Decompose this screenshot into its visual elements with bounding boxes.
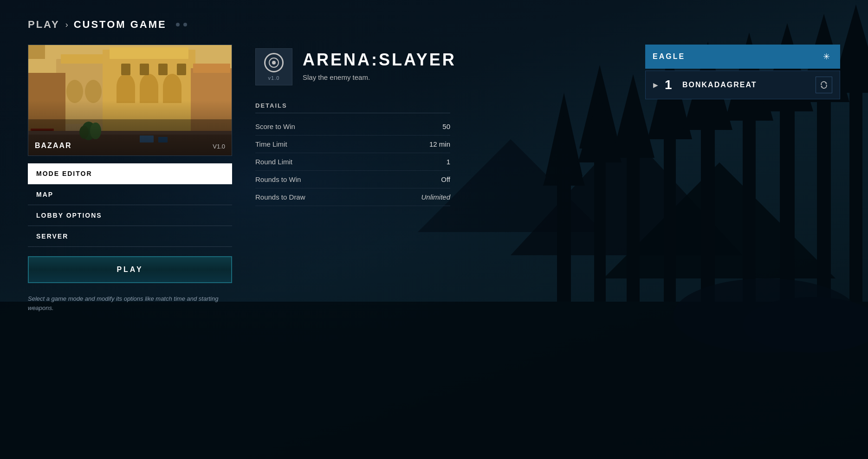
detail-label-score: Score to Win [255, 123, 295, 130]
detail-row-time: Time Limit 12 min [255, 136, 450, 153]
player-refresh-button[interactable] [816, 77, 832, 93]
breadcrumb-play: PLAY [28, 19, 60, 31]
detail-value-rounds-draw: Unlimited [421, 193, 450, 201]
page-header: PLAY › CUSTOM GAME [28, 19, 840, 31]
nav-buttons-group: MODE EDITOR MAP LOBBY OPTIONS SERVER [28, 163, 232, 247]
map-version-label: V1.0 [213, 143, 225, 150]
detail-label-rounds-win: Rounds to Win [255, 175, 301, 183]
details-header: DETAILS [255, 102, 450, 113]
detail-value-rounds-win: Off [441, 175, 450, 183]
refresh-icon [820, 81, 828, 89]
header-dots [176, 23, 187, 26]
map-overlay [28, 45, 232, 155]
breadcrumb-separator: › [65, 20, 68, 30]
mode-name: ARENA:SLAYER [303, 50, 456, 70]
right-panel: EAGLE ✳ ▶ 1 BONKADAGREAT [645, 45, 840, 99]
details-section: DETAILS Score to Win 50 Time Limit 12 mi… [255, 102, 450, 206]
team-header: EAGLE ✳ [645, 45, 840, 69]
mode-version: v1.0 [268, 75, 280, 81]
detail-row-rounds-win: Rounds to Win Off [255, 171, 450, 188]
play-button[interactable]: PLAY [28, 256, 232, 283]
main-layout: BAZAAR V1.0 MODE EDITOR MAP LOBBY OPTION… [28, 45, 840, 312]
mode-icon-circle [264, 53, 284, 72]
detail-label-round-limit: Round Limit [255, 158, 292, 166]
mode-icon-dot [272, 61, 276, 65]
player-number: 1 [665, 78, 676, 92]
lobby-options-button[interactable]: LOBBY OPTIONS [28, 205, 232, 226]
detail-value-round-limit: 1 [447, 158, 450, 166]
map-button[interactable]: MAP [28, 184, 232, 205]
player-name: BONKADAGREAT [682, 81, 809, 89]
footer-hint: Select a game mode and modify its option… [28, 294, 232, 312]
detail-row-round-limit: Round Limit 1 [255, 153, 450, 171]
header-dot-2 [183, 23, 187, 26]
detail-value-time: 12 min [429, 140, 450, 148]
page-title: CUSTOM GAME [74, 19, 167, 31]
center-panel: v1.0 ARENA:SLAYER Slay the enemy team. D… [255, 45, 622, 206]
server-button[interactable]: SERVER [28, 226, 232, 247]
team-icon: ✳ [820, 50, 833, 63]
detail-row-rounds-draw: Rounds to Draw Unlimited [255, 188, 450, 206]
mode-header: v1.0 ARENA:SLAYER Slay the enemy team. [255, 48, 622, 85]
detail-row-score: Score to Win 50 [255, 118, 450, 136]
left-panel: BAZAAR V1.0 MODE EDITOR MAP LOBBY OPTION… [28, 45, 232, 312]
mode-icon-inner [269, 58, 279, 68]
header-dot-1 [176, 23, 180, 26]
detail-label-rounds-draw: Rounds to Draw [255, 193, 305, 201]
detail-label-time: Time Limit [255, 140, 287, 148]
detail-value-score: 50 [442, 123, 450, 130]
player-row-1: ▶ 1 BONKADAGREAT [645, 71, 840, 99]
svg-marker-59 [826, 82, 828, 84]
mode-icon-box: v1.0 [255, 48, 292, 85]
map-thumbnail[interactable]: BAZAAR V1.0 [28, 45, 232, 156]
mode-info: ARENA:SLAYER Slay the enemy team. [303, 48, 456, 81]
page-content: PLAY › CUSTOM GAME [0, 0, 868, 459]
map-name-label: BAZAAR [35, 142, 72, 150]
mode-editor-button[interactable]: MODE EDITOR [28, 163, 232, 184]
mode-description: Slay the enemy team. [303, 73, 456, 81]
svg-marker-60 [821, 86, 823, 88]
player-arrow-icon: ▶ [653, 81, 658, 89]
team-name: EAGLE [653, 52, 685, 61]
